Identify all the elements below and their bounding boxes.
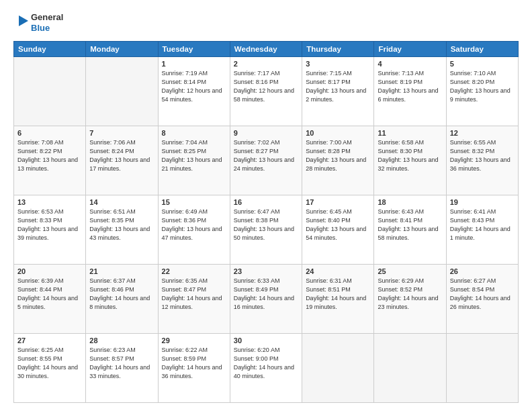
calendar-day: 17Sunrise: 6:45 AM Sunset: 8:40 PM Dayli… (302, 195, 374, 264)
calendar-day: 2Sunrise: 7:17 AM Sunset: 8:16 PM Daylig… (230, 56, 302, 126)
calendar-week: 1Sunrise: 7:19 AM Sunset: 8:14 PM Daylig… (14, 56, 519, 126)
calendar-week: 27Sunrise: 6:25 AM Sunset: 8:55 PM Dayli… (14, 333, 519, 402)
day-number: 30 (234, 336, 298, 345)
day-number: 29 (162, 336, 226, 345)
day-number: 21 (89, 267, 154, 275)
page: General Blue SundayMondayTuesdayWednesda… (0, 0, 532, 411)
day-number: 20 (17, 267, 82, 275)
day-detail: Sunrise: 6:43 AM Sunset: 8:41 PM Dayligh… (378, 208, 442, 242)
day-number: 15 (162, 198, 226, 206)
weekday-header: Wednesday (230, 41, 302, 56)
calendar-day: 23Sunrise: 6:33 AM Sunset: 8:49 PM Dayli… (230, 264, 302, 333)
day-detail: Sunrise: 6:58 AM Sunset: 8:30 PM Dayligh… (378, 138, 442, 173)
calendar-day: 14Sunrise: 6:51 AM Sunset: 8:35 PM Dayli… (86, 195, 158, 264)
calendar-day: 1Sunrise: 7:19 AM Sunset: 8:14 PM Daylig… (158, 56, 230, 126)
day-number: 6 (17, 129, 82, 137)
calendar-day (302, 333, 374, 402)
weekday-header: Monday (86, 41, 158, 56)
logo: General Blue (13, 12, 63, 34)
calendar-day: 27Sunrise: 6:25 AM Sunset: 8:55 PM Dayli… (14, 333, 86, 402)
day-number: 12 (450, 129, 515, 137)
calendar-day: 10Sunrise: 7:00 AM Sunset: 8:28 PM Dayli… (302, 126, 374, 195)
logo-flag-icon (13, 14, 28, 32)
day-detail: Sunrise: 6:41 AM Sunset: 8:43 PM Dayligh… (450, 208, 515, 242)
weekday-header: Thursday (302, 41, 374, 56)
day-number: 7 (89, 129, 154, 137)
calendar-day: 20Sunrise: 6:39 AM Sunset: 8:44 PM Dayli… (14, 264, 86, 333)
calendar-day (374, 333, 446, 402)
calendar-day: 11Sunrise: 6:58 AM Sunset: 8:30 PM Dayli… (374, 126, 446, 195)
day-detail: Sunrise: 6:33 AM Sunset: 8:49 PM Dayligh… (234, 277, 298, 312)
calendar-day (14, 56, 86, 126)
day-number: 17 (306, 198, 370, 206)
weekday-header: Friday (374, 41, 446, 56)
day-detail: Sunrise: 6:53 AM Sunset: 8:33 PM Dayligh… (17, 208, 82, 242)
calendar-day: 8Sunrise: 7:04 AM Sunset: 8:25 PM Daylig… (158, 126, 230, 195)
calendar-day: 21Sunrise: 6:37 AM Sunset: 8:46 PM Dayli… (86, 264, 158, 333)
day-detail: Sunrise: 7:10 AM Sunset: 8:20 PM Dayligh… (450, 69, 515, 104)
calendar-day: 22Sunrise: 6:35 AM Sunset: 8:47 PM Dayli… (158, 264, 230, 333)
calendar-day: 5Sunrise: 7:10 AM Sunset: 8:20 PM Daylig… (446, 56, 518, 126)
calendar-day: 4Sunrise: 7:13 AM Sunset: 8:19 PM Daylig… (374, 56, 446, 126)
calendar-week: 13Sunrise: 6:53 AM Sunset: 8:33 PM Dayli… (14, 195, 519, 264)
day-detail: Sunrise: 6:22 AM Sunset: 8:59 PM Dayligh… (162, 346, 226, 381)
day-detail: Sunrise: 6:51 AM Sunset: 8:35 PM Dayligh… (89, 208, 154, 242)
header: General Blue (13, 12, 519, 34)
day-number: 5 (450, 60, 515, 68)
day-number: 14 (89, 198, 154, 206)
day-detail: Sunrise: 7:13 AM Sunset: 8:19 PM Dayligh… (378, 69, 442, 104)
day-number: 1 (162, 60, 226, 68)
day-detail: Sunrise: 6:35 AM Sunset: 8:47 PM Dayligh… (162, 277, 226, 312)
day-number: 26 (450, 267, 515, 275)
day-number: 16 (234, 198, 298, 206)
day-number: 11 (378, 129, 442, 137)
header-row: SundayMondayTuesdayWednesdayThursdayFrid… (14, 41, 519, 56)
calendar-day: 19Sunrise: 6:41 AM Sunset: 8:43 PM Dayli… (446, 195, 518, 264)
calendar-day: 7Sunrise: 7:06 AM Sunset: 8:24 PM Daylig… (86, 126, 158, 195)
day-number: 22 (162, 267, 226, 275)
calendar-week: 20Sunrise: 6:39 AM Sunset: 8:44 PM Dayli… (14, 264, 519, 333)
calendar-day: 6Sunrise: 7:08 AM Sunset: 8:22 PM Daylig… (14, 126, 86, 195)
weekday-header: Sunday (14, 41, 86, 56)
day-number: 25 (378, 267, 442, 275)
calendar-day (446, 333, 518, 402)
day-number: 19 (450, 198, 515, 206)
day-detail: Sunrise: 6:25 AM Sunset: 8:55 PM Dayligh… (17, 346, 82, 381)
calendar-day: 16Sunrise: 6:47 AM Sunset: 8:38 PM Dayli… (230, 195, 302, 264)
day-number: 8 (162, 129, 226, 137)
logo-general-text: General (31, 12, 63, 23)
day-detail: Sunrise: 7:08 AM Sunset: 8:22 PM Dayligh… (17, 138, 82, 173)
calendar-table: SundayMondayTuesdayWednesdayThursdayFrid… (13, 41, 519, 404)
calendar-day: 13Sunrise: 6:53 AM Sunset: 8:33 PM Dayli… (14, 195, 86, 264)
calendar-week: 6Sunrise: 7:08 AM Sunset: 8:22 PM Daylig… (14, 126, 519, 195)
day-detail: Sunrise: 6:20 AM Sunset: 9:00 PM Dayligh… (234, 346, 298, 381)
calendar-day (86, 56, 158, 126)
calendar-day: 9Sunrise: 7:02 AM Sunset: 8:27 PM Daylig… (230, 126, 302, 195)
calendar-day: 12Sunrise: 6:55 AM Sunset: 8:32 PM Dayli… (446, 126, 518, 195)
day-number: 18 (378, 198, 442, 206)
day-number: 3 (306, 60, 370, 68)
day-number: 9 (234, 129, 298, 137)
calendar-day: 28Sunrise: 6:23 AM Sunset: 8:57 PM Dayli… (86, 333, 158, 402)
weekday-header: Saturday (446, 41, 518, 56)
day-detail: Sunrise: 7:15 AM Sunset: 8:17 PM Dayligh… (306, 69, 370, 104)
day-number: 4 (378, 60, 442, 68)
day-number: 24 (306, 267, 370, 275)
calendar-day: 24Sunrise: 6:31 AM Sunset: 8:51 PM Dayli… (302, 264, 374, 333)
weekday-header: Tuesday (158, 41, 230, 56)
svg-marker-0 (19, 15, 28, 26)
day-detail: Sunrise: 6:23 AM Sunset: 8:57 PM Dayligh… (89, 346, 154, 381)
day-detail: Sunrise: 6:27 AM Sunset: 8:54 PM Dayligh… (450, 277, 515, 312)
day-detail: Sunrise: 7:06 AM Sunset: 8:24 PM Dayligh… (89, 138, 154, 173)
calendar-day: 3Sunrise: 7:15 AM Sunset: 8:17 PM Daylig… (302, 56, 374, 126)
day-number: 13 (17, 198, 82, 206)
day-detail: Sunrise: 7:02 AM Sunset: 8:27 PM Dayligh… (234, 138, 298, 173)
day-detail: Sunrise: 6:55 AM Sunset: 8:32 PM Dayligh… (450, 138, 515, 173)
day-detail: Sunrise: 6:29 AM Sunset: 8:52 PM Dayligh… (378, 277, 442, 312)
calendar-day: 25Sunrise: 6:29 AM Sunset: 8:52 PM Dayli… (374, 264, 446, 333)
day-detail: Sunrise: 7:04 AM Sunset: 8:25 PM Dayligh… (162, 138, 226, 173)
day-detail: Sunrise: 6:37 AM Sunset: 8:46 PM Dayligh… (89, 277, 154, 312)
day-detail: Sunrise: 6:39 AM Sunset: 8:44 PM Dayligh… (17, 277, 82, 312)
day-number: 23 (234, 267, 298, 275)
day-number: 28 (89, 336, 154, 345)
